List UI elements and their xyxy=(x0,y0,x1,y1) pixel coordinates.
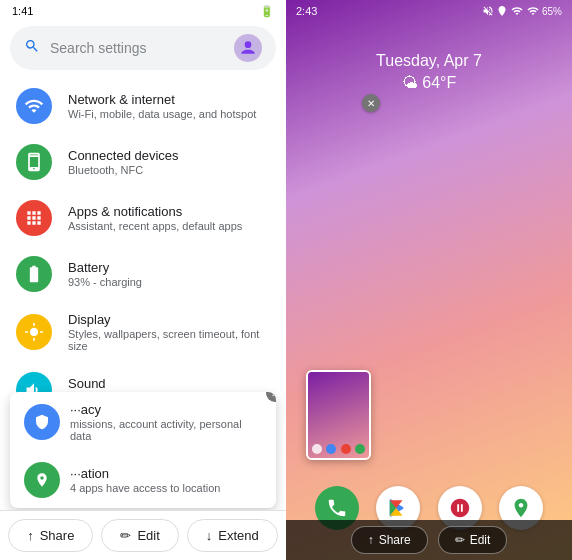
settings-item-network[interactable]: Network & internet Wi-Fi, mobile, data u… xyxy=(0,78,286,134)
sound-title: Sound xyxy=(68,376,270,391)
search-icon xyxy=(24,38,40,58)
privacy-icon xyxy=(24,404,60,440)
location-text: ···ation 4 apps have access to location xyxy=(70,466,262,494)
extend-button[interactable]: ↓ Extend xyxy=(187,519,278,552)
share-label-right: Share xyxy=(379,533,411,547)
share-icon-left: ↑ xyxy=(27,528,34,543)
apps-title: Apps & notifications xyxy=(68,204,270,219)
mini-screen-preview[interactable] xyxy=(306,370,371,460)
display-subtitle: Styles, wallpapers, screen timeout, font… xyxy=(68,328,270,352)
battery-title: Battery xyxy=(68,260,270,275)
status-icons-left: 🔋 xyxy=(260,5,274,18)
connected-icon xyxy=(16,144,52,180)
network-text: Network & internet Wi-Fi, mobile, data u… xyxy=(68,92,270,120)
network-icon xyxy=(16,88,52,124)
extend-label: Extend xyxy=(218,528,258,543)
network-subtitle: Wi-Fi, mobile, data usage, and hotspot xyxy=(68,108,270,120)
weather-date-text: Tuesday, Apr 7 xyxy=(376,52,482,69)
share-icon-right: ↑ xyxy=(368,533,374,547)
apps-text: Apps & notifications Assistant, recent a… xyxy=(68,204,270,232)
edit-button-left[interactable]: ✏ Edit xyxy=(101,519,178,552)
status-bar-left: 1:41 🔋 xyxy=(0,0,286,22)
settings-item-connected[interactable]: Connected devices Bluetooth, NFC xyxy=(0,134,286,190)
extend-icon: ↓ xyxy=(206,528,213,543)
battery-icon-settings xyxy=(16,256,52,292)
settings-item-display[interactable]: Display Styles, wallpapers, screen timeo… xyxy=(0,302,286,362)
search-placeholder: Search settings xyxy=(50,40,224,56)
mini-dock-icon-2 xyxy=(326,444,336,454)
status-time-left: 1:41 xyxy=(12,5,33,17)
home-screen-panel: 2:43 65% Tuesday, Apr 7 🌤 64°F xyxy=(286,0,572,560)
share-button-left[interactable]: ↑ Share xyxy=(8,519,93,552)
wifi-icon xyxy=(526,5,540,17)
display-title: Display xyxy=(68,312,270,327)
battery-status: 65% xyxy=(542,6,562,17)
status-icons-right: 65% xyxy=(482,5,562,17)
connected-text: Connected devices Bluetooth, NFC xyxy=(68,148,270,176)
location-subtitle: 4 apps have access to location xyxy=(70,482,262,494)
mini-preview-dock xyxy=(310,444,367,454)
weather-date: Tuesday, Apr 7 xyxy=(306,52,552,70)
edit-label-left: Edit xyxy=(137,528,159,543)
mini-dock-icon-3 xyxy=(341,444,351,454)
edit-label-right: Edit xyxy=(470,533,491,547)
settings-panel: 1:41 🔋 Search settings Network & interne… xyxy=(0,0,286,560)
weather-temperature: 64°F xyxy=(422,74,456,91)
status-time-right: 2:43 xyxy=(296,5,317,17)
location-status-icon xyxy=(496,5,508,17)
mini-preview-background xyxy=(308,372,369,458)
privacy-subtitle: missions, account activity, personal dat… xyxy=(70,418,262,442)
settings-item-apps[interactable]: Apps & notifications Assistant, recent a… xyxy=(0,190,286,246)
battery-icon: 🔋 xyxy=(260,5,274,18)
network-title: Network & internet xyxy=(68,92,270,107)
location-title: ···ation xyxy=(70,466,262,481)
battery-text: Battery 93% - charging xyxy=(68,260,270,288)
search-bar[interactable]: Search settings xyxy=(10,26,276,70)
bottom-bar-right: ↑ Share ✏ Edit xyxy=(286,520,572,560)
share-label-left: Share xyxy=(40,528,75,543)
edit-icon-right: ✏ xyxy=(455,533,465,547)
svg-point-0 xyxy=(245,41,252,48)
display-text: Display Styles, wallpapers, screen timeo… xyxy=(68,312,270,352)
battery-subtitle: 93% - charging xyxy=(68,276,270,288)
weather-emoji: 🌤 xyxy=(402,74,418,91)
overlay-item-location[interactable]: ···ation 4 apps have access to location xyxy=(10,452,276,508)
avatar[interactable] xyxy=(234,34,262,62)
mini-preview-close-button[interactable]: ✕ xyxy=(362,94,380,112)
share-button-right[interactable]: ↑ Share xyxy=(351,526,428,554)
edit-icon-left: ✏ xyxy=(120,528,131,543)
edit-button-right[interactable]: ✏ Edit xyxy=(438,526,508,554)
weather-temp-display: 🌤 64°F xyxy=(306,74,552,92)
mini-dock-icon-4 xyxy=(355,444,365,454)
signal-icon xyxy=(510,5,524,17)
overlay-item-privacy[interactable]: ···acy missions, account activity, perso… xyxy=(10,392,276,452)
privacy-title: ···acy xyxy=(70,402,262,417)
apps-icon xyxy=(16,200,52,236)
display-icon xyxy=(16,314,52,350)
apps-subtitle: Assistant, recent apps, default apps xyxy=(68,220,270,232)
location-icon xyxy=(24,462,60,498)
settings-item-battery[interactable]: Battery 93% - charging xyxy=(0,246,286,302)
silent-icon xyxy=(482,5,494,17)
connected-subtitle: Bluetooth, NFC xyxy=(68,164,270,176)
overlay-card: ···acy missions, account activity, perso… xyxy=(10,392,276,508)
privacy-text: ···acy missions, account activity, perso… xyxy=(70,402,262,442)
mini-dock-icon-1 xyxy=(312,444,322,454)
weather-widget: Tuesday, Apr 7 🌤 64°F xyxy=(286,22,572,112)
bottom-bar-left: ↑ Share ✏ Edit ↓ Extend xyxy=(0,510,286,560)
status-bar-right: 2:43 65% xyxy=(286,0,572,22)
connected-title: Connected devices xyxy=(68,148,270,163)
